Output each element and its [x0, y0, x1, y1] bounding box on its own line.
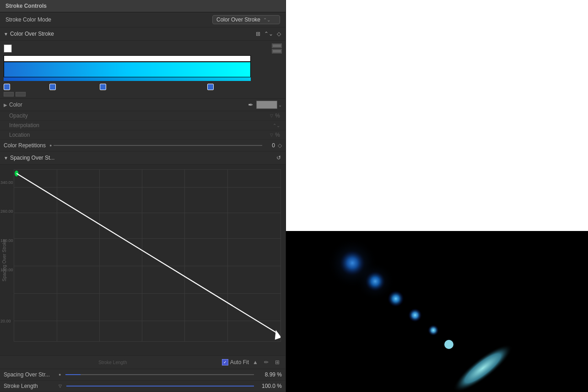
spacing-over-stroke-value: 8.99 % — [257, 371, 282, 378]
eyedropper-icon[interactable]: ✒ — [248, 101, 254, 108]
svg-point-13 — [428, 325, 439, 336]
spacing-over-stroke-slider[interactable] — [65, 374, 254, 375]
gradient-display-icon-2[interactable] — [16, 92, 26, 97]
panel-header: Stroke Controls — [0, 0, 286, 12]
chart-y-axis-label: Spacing Over Stroke — [2, 239, 11, 281]
spacing-over-stroke-section: ▼ Spacing Over St... ↺ — [0, 151, 286, 165]
right-panel — [286, 0, 588, 392]
location-label: Location — [9, 132, 270, 138]
preview-canvas — [286, 231, 588, 392]
spacing-reset-icon[interactable]: ↺ — [275, 154, 282, 162]
chart-label-260: 260.00 — [0, 209, 13, 214]
auto-fit-label: Auto Fit — [230, 359, 249, 365]
svg-marker-7 — [275, 330, 281, 340]
gradient-stop-1[interactable] — [4, 84, 10, 90]
chart-x-axis-label: Stroke Length — [4, 360, 222, 365]
chart-inner[interactable]: 340.00 260.00 180.00 100.00 20.00 — [14, 169, 281, 342]
color-repetitions-label: Color Repetitions — [4, 142, 46, 149]
location-diamond-icon: ▽ — [270, 133, 273, 137]
dots-visualization — [286, 231, 588, 392]
interpolation-arrows-icon[interactable]: ⌃⌄ — [273, 123, 280, 128]
interpolation-row: Interpolation ⌃⌄ — [0, 121, 286, 130]
opacity-percent: % — [275, 113, 280, 119]
chart-container: Spacing Over Stroke 340.00 260.00 180.00… — [0, 165, 286, 356]
spacing-over-stroke-slider-row: Spacing Over Str... ● 8.99 % — [0, 369, 286, 381]
color-preview-box[interactable] — [256, 101, 277, 109]
stroke-mode-value: Color Over Stroke — [216, 16, 260, 23]
gradient-blue-bar[interactable] — [4, 62, 251, 77]
chart-label-100: 100.00 — [0, 268, 13, 272]
stack-arrows-icon[interactable]: ⌃⌄ — [263, 30, 274, 38]
gradient-stop-3[interactable] — [100, 84, 106, 90]
chart-label-340: 340.00 — [0, 180, 13, 185]
gradient-preset-icon-1[interactable] — [272, 43, 282, 48]
bottom-rows: Spacing Over Str... ● 8.99 % Stroke Leng… — [0, 369, 286, 392]
stroke-color-mode-row: Stroke Color Mode Color Over Stroke ⌃⌄ — [0, 12, 286, 27]
panel-title: Stroke Controls — [5, 3, 47, 9]
stroke-length-label: Stroke Length — [4, 383, 59, 389]
color-repetitions-row: Color Repetitions ● 0 ◇ — [0, 140, 286, 151]
arrow-tool-icon[interactable]: ▲ — [251, 358, 260, 367]
spacing-over-title: Spacing Over St... — [10, 155, 275, 161]
chevron-up-down-icon: ⌃⌄ — [263, 17, 270, 22]
stroke-color-mode-label: Stroke Color Mode — [5, 16, 51, 23]
collapse-triangle-icon[interactable]: ▼ — [4, 32, 8, 37]
svg-line-6 — [16, 173, 278, 334]
gradient-white-bar[interactable] — [4, 55, 251, 62]
spacing-slider-fill — [65, 374, 81, 375]
spacing-slider-diamond-icon: ● — [59, 372, 61, 377]
stroke-length-value: 100.0 % — [257, 383, 282, 389]
copy-layers-icon[interactable]: ⊞ — [255, 30, 261, 38]
location-percent: % — [275, 132, 280, 138]
svg-point-12 — [408, 308, 422, 322]
stroke-length-fill — [66, 386, 254, 387]
grid-lines-svg — [273, 44, 281, 48]
chart-label-180: 180.00 — [0, 238, 13, 243]
color-over-stroke-section: ▼ Color Over Stroke ⊞ ⌃⌄ ◇ — [0, 27, 286, 41]
left-panel: Stroke Controls Stroke Color Mode Color … — [0, 0, 286, 392]
fit-tool-icon[interactable]: ⊞ — [273, 358, 282, 367]
chart-line-svg — [14, 170, 281, 341]
chart-label-20: 20.00 — [0, 319, 11, 323]
opacity-label: Opacity — [9, 113, 270, 119]
gradient-stop-2[interactable] — [49, 84, 56, 90]
gradient-editor — [0, 41, 286, 99]
gradient-display-icon-1[interactable] — [4, 92, 14, 97]
gradient-preset-icon-2[interactable] — [272, 49, 282, 54]
stroke-color-mode-dropdown[interactable]: Color Over Stroke ⌃⌄ — [212, 15, 280, 24]
diamond-keyframe-icon[interactable]: ◇ — [276, 30, 282, 38]
grid-lines-svg-2 — [273, 49, 281, 53]
opacity-diamond-icon: ▽ — [270, 113, 273, 118]
color-row: ▶ Color ✒ ⌄ — [0, 99, 286, 111]
stroke-length-slider[interactable] — [66, 386, 254, 387]
rep-diamond-icon: ● — [49, 143, 52, 148]
color-repetitions-slider[interactable] — [54, 145, 262, 146]
gradient-top-row — [4, 43, 282, 54]
rep-keyframe-icon[interactable]: ◇ — [278, 142, 282, 149]
color-swatch-white[interactable] — [4, 44, 12, 53]
auto-fit-checkbox[interactable]: ✓ — [222, 359, 228, 365]
spacing-collapse-icon[interactable]: ▼ — [4, 156, 8, 161]
pen-tool-icon[interactable]: ✏ — [262, 358, 271, 367]
gradient-stop-4[interactable] — [207, 84, 214, 90]
color-expand-icon[interactable]: ▶ — [4, 102, 7, 107]
gradient-stops-row — [4, 83, 251, 91]
svg-point-17 — [356, 262, 394, 301]
chart-start-dot — [15, 171, 18, 177]
opacity-row: Opacity ▽ % — [0, 111, 286, 121]
color-dropdown-arrow-icon[interactable]: ⌄ — [278, 102, 282, 107]
color-repetitions-value: 0 — [266, 142, 275, 149]
stroke-length-diamond-icon: ▽ — [59, 384, 62, 388]
gradient-right-icons — [272, 43, 282, 54]
stroke-indicator-bar — [4, 77, 251, 81]
location-row: Location ▽ % — [0, 130, 286, 140]
chart-toolbar: Stroke Length ✓ Auto Fit ▲ ✏ ⊞ — [0, 356, 286, 369]
stroke-length-slider-row: Stroke Length ▽ 100.0 % — [0, 381, 286, 392]
color-label: Color — [9, 102, 22, 108]
spacing-over-stroke-slider-label: Spacing Over Str... — [4, 371, 59, 378]
preview-top-area — [286, 0, 588, 231]
svg-point-14 — [444, 340, 453, 349]
section-icons: ⊞ ⌃⌄ ◇ — [255, 30, 282, 38]
color-over-stroke-title: Color Over Stroke — [10, 31, 255, 37]
auto-fit-checkbox-label[interactable]: ✓ Auto Fit — [222, 359, 249, 365]
